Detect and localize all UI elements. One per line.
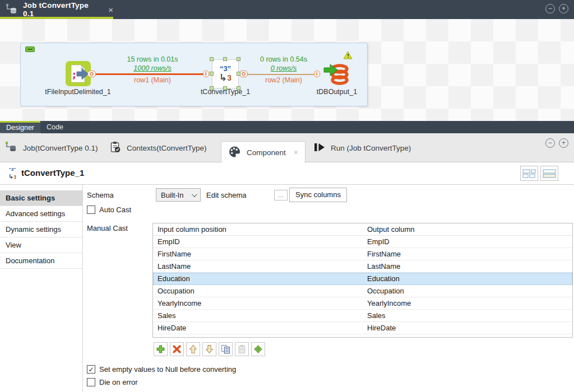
basic-settings-content: Schema Built-In Edit schema … Sync colum… xyxy=(83,185,574,392)
tab-component-label: Component xyxy=(247,148,286,157)
table-toolbar xyxy=(154,342,265,356)
table-row[interactable]: YearlyIncome YearlyIncome xyxy=(153,297,572,310)
convert-arrow-glyph: ↳ xyxy=(219,72,227,83)
row1-rate-stat: 1000 rows/s xyxy=(108,64,197,72)
selection-handle[interactable] xyxy=(237,86,240,90)
component-panel-header: “3” ↳3 tConvertType_1 xyxy=(0,162,574,185)
paste-button[interactable] xyxy=(235,342,249,356)
close-tab-icon[interactable]: × xyxy=(108,5,113,15)
table-row[interactable]: HireDate HireDate xyxy=(153,322,572,334)
column-header-input[interactable]: Input column position xyxy=(153,223,363,235)
tab-job-label: Job(tConvertType 0.1) xyxy=(23,144,98,152)
job-icon xyxy=(6,3,18,16)
sidebar-item-view[interactable]: View xyxy=(0,237,82,253)
row2-connection-line[interactable] xyxy=(246,74,317,75)
add-all-columns-button[interactable] xyxy=(251,342,265,356)
contexts-icon xyxy=(110,141,121,155)
move-down-button[interactable] xyxy=(202,342,216,356)
tfileinputdelimited-label[interactable]: tFileInputDelimited_1 xyxy=(33,88,123,96)
sidebar-item-basic-settings[interactable]: Basic settings xyxy=(0,190,82,206)
tdboutput-label[interactable]: tDBOutput_1 xyxy=(292,88,382,96)
row1-connection-line[interactable] xyxy=(95,73,205,75)
component-panel: “3” ↳3 tConvertType_1 xyxy=(0,162,574,392)
table-row-selected[interactable]: Education Education xyxy=(153,273,572,285)
move-up-button[interactable] xyxy=(186,342,200,356)
minimize-panel-button[interactable]: − xyxy=(545,138,555,148)
tab-contexts-label: Contexts(tConvertType) xyxy=(127,144,207,152)
warning-icon[interactable]: ! xyxy=(343,51,353,61)
tconverttype-icon[interactable]: “3” ↳3 xyxy=(212,59,239,88)
table-row[interactable]: Occupation Occupation xyxy=(153,285,572,297)
edit-schema-ellipsis-button[interactable]: … xyxy=(274,190,288,200)
set-empty-null-label: Set empty values to Null before converti… xyxy=(99,365,236,374)
table-header-row: Input column position Output column xyxy=(153,223,572,236)
job-design-canvas[interactable]: ; O 15 rows in 0.01s 1000 rows/s row1 (M… xyxy=(0,19,574,121)
settings-sidebar: Basic settings Advanced settings Dynamic… xyxy=(0,185,83,392)
schema-type-select[interactable]: Built-In xyxy=(156,188,201,202)
row1-connection-label[interactable]: row1 (Main) xyxy=(108,76,197,84)
close-component-tab-icon[interactable]: × xyxy=(294,148,298,157)
tab-job[interactable]: Job(tConvertType 0.1) xyxy=(6,133,98,162)
selection-handle[interactable] xyxy=(223,57,227,61)
die-on-error-checkbox[interactable] xyxy=(87,378,95,386)
input-port[interactable]: I xyxy=(203,71,209,77)
auto-cast-checkbox[interactable] xyxy=(87,206,95,214)
auto-cast-label: Auto Cast xyxy=(99,206,131,214)
schema-label: Schema xyxy=(87,191,114,199)
sidebar-item-documentation[interactable]: Documentation xyxy=(0,253,82,269)
sidebar-item-advanced-settings[interactable]: Advanced settings xyxy=(0,206,82,222)
table-row[interactable]: EmpID EmpID xyxy=(153,236,572,248)
delete-row-button[interactable] xyxy=(170,342,184,356)
manual-cast-table: Input column position Output column EmpI… xyxy=(152,223,573,338)
job-editor-tab[interactable]: Job tConvertType 0.1 × xyxy=(0,0,113,19)
output-port[interactable]: O xyxy=(239,71,248,77)
view-tab-bar: Job(tConvertType 0.1) Contexts(tConvertT… xyxy=(0,133,574,162)
tdboutput-icon[interactable] xyxy=(323,62,350,89)
component-title: tConvertType_1 xyxy=(21,168,84,178)
palette-icon xyxy=(228,146,241,160)
input-port[interactable]: I xyxy=(314,71,320,77)
selection-handle[interactable] xyxy=(237,57,240,61)
tconverttype-mini-icon: “3” ↳3 xyxy=(6,165,19,182)
tab-contexts[interactable]: Contexts(tConvertType) xyxy=(110,133,207,162)
table-row[interactable]: Sales Sales xyxy=(153,310,572,322)
svg-text:;: ; xyxy=(72,69,76,81)
run-icon xyxy=(314,142,325,154)
tab-component[interactable]: Component × xyxy=(221,141,305,163)
row2-connection-label[interactable]: row2 (Main) xyxy=(239,76,328,84)
selection-handle[interactable] xyxy=(223,86,227,90)
maximize-view-button[interactable]: + xyxy=(559,4,568,13)
selection-handle[interactable] xyxy=(210,57,214,61)
tab-run-label: Run (Job tConvertType) xyxy=(331,144,411,152)
set-empty-null-checkbox[interactable] xyxy=(87,365,95,374)
minimize-view-button[interactable]: − xyxy=(545,4,555,13)
tab-designer[interactable]: Designer xyxy=(0,121,40,133)
die-on-error-label: Die on error xyxy=(99,378,138,386)
job-editor-tab-label: Job tConvertType 0.1 xyxy=(23,1,100,18)
sidebar-item-dynamic-settings[interactable]: Dynamic settings xyxy=(0,222,82,237)
column-header-output[interactable]: Output column xyxy=(363,223,572,235)
row2-rows-stat: 0 rows in 0.54s xyxy=(239,55,328,63)
stacked-layout-toggle-button[interactable] xyxy=(540,166,558,181)
table-row[interactable]: LastName LastName xyxy=(153,260,572,273)
copy-button[interactable] xyxy=(219,342,233,356)
selection-handle[interactable] xyxy=(237,72,240,76)
chevron-down-icon xyxy=(192,192,197,197)
tab-code[interactable]: Code xyxy=(40,121,70,133)
table-row[interactable]: FirstName FirstName xyxy=(153,248,572,260)
edit-schema-label: Edit schema xyxy=(206,191,247,199)
add-row-button[interactable] xyxy=(154,342,168,356)
grid-layout-toggle-button[interactable] xyxy=(520,166,538,181)
editor-mode-tabs: Designer Code xyxy=(0,121,574,133)
selection-handle[interactable] xyxy=(210,72,214,76)
maximize-panel-button[interactable]: + xyxy=(559,138,568,148)
svg-text:!: ! xyxy=(347,53,349,59)
sync-columns-button[interactable]: Sync columns xyxy=(289,188,347,202)
row1-rows-stat: 15 rows in 0.01s xyxy=(108,55,197,63)
selection-handle[interactable] xyxy=(210,86,214,90)
convert-quote-glyph: “3” xyxy=(220,65,231,73)
output-port[interactable]: O xyxy=(87,71,96,77)
talend-studio-window: Job tConvertType 0.1 × − + ; O 15 rows i… xyxy=(0,0,574,392)
subjob-collapse-button[interactable] xyxy=(25,46,35,52)
tab-run[interactable]: Run (Job tConvertType) xyxy=(314,133,411,162)
